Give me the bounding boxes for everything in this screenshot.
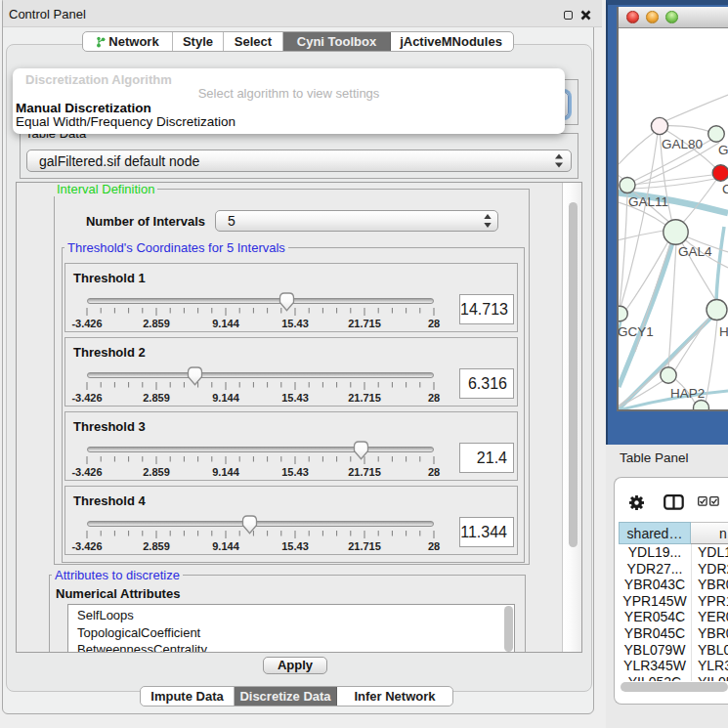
svg-text:GAL4: GAL4 — [678, 244, 712, 259]
svg-text:CR: CR — [722, 182, 728, 196]
svg-text:GA: GA — [718, 143, 728, 157]
svg-text:HA: HA — [719, 324, 728, 339]
svg-text:GCY1: GCY1 — [619, 324, 654, 339]
svg-text:GAL80: GAL80 — [662, 137, 703, 151]
svg-text:GAL11: GAL11 — [628, 194, 668, 209]
svg-text:HAP2: HAP2 — [670, 386, 705, 401]
